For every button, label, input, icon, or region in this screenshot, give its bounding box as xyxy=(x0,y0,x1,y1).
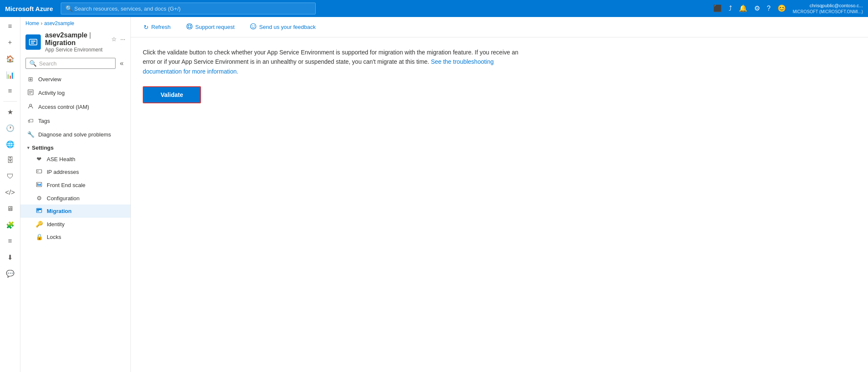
notifications-icon[interactable]: 🔔 xyxy=(737,3,749,14)
icon-bar-home[interactable]: 🏠 xyxy=(2,51,19,66)
description-text: Click the validate button to check wheth… xyxy=(143,48,525,76)
breadcrumb-home[interactable]: Home xyxy=(25,20,39,26)
validate-button[interactable]: Validate xyxy=(144,87,200,102)
sidebar-item-front-end-scale-label: Front End scale xyxy=(47,182,85,188)
more-options-icon[interactable]: ··· xyxy=(120,36,125,43)
sidebar-item-locks-label: Locks xyxy=(47,234,61,240)
settings-section-label: Settings xyxy=(32,145,54,151)
icon-bar-list[interactable]: ≡ xyxy=(2,83,19,99)
breadcrumb-resource[interactable]: asev2sample xyxy=(44,20,74,26)
icon-bar: ≡ + 🏠 📊 ≡ ★ 🕐 🌐 🗄 🛡 </> 🖥 🧩 ≡ ⬇ 💬 xyxy=(0,17,20,372)
ip-addresses-icon xyxy=(36,168,42,176)
search-icon: 🔍 xyxy=(65,5,73,12)
icon-bar-download[interactable]: ⬇ xyxy=(2,250,19,265)
validate-button-wrapper: Validate xyxy=(143,86,201,103)
sidebar-search[interactable]: 🔍 xyxy=(25,58,116,69)
sidebar-collapse-button[interactable]: « xyxy=(118,59,125,68)
refresh-icon: ↻ xyxy=(144,24,149,31)
sidebar-item-activity-log[interactable]: Activity log xyxy=(20,86,130,100)
icon-bar-favorites[interactable]: ★ xyxy=(2,104,19,119)
sidebar-item-ase-health-label: ASE Health xyxy=(47,156,75,162)
sidebar-item-identity-label: Identity xyxy=(47,221,65,227)
sidebar-search-row: 🔍 « xyxy=(20,54,130,72)
icon-bar-code[interactable]: </> xyxy=(2,185,19,200)
icon-bar-shield[interactable]: 🛡 xyxy=(2,169,19,184)
top-nav-icons: ⬛ ⤴ 🔔 ⚙ ? 😊 chrisqpublic@contoso.c... MI… xyxy=(712,3,863,14)
svg-rect-14 xyxy=(40,184,41,186)
sidebar-item-overview[interactable]: ⊞ Overview xyxy=(20,72,130,86)
icon-bar-globe[interactable]: 🌐 xyxy=(2,136,19,152)
svg-rect-1 xyxy=(31,41,36,42)
brand-logo: Microsoft Azure xyxy=(5,5,53,12)
sidebar-item-diagnose[interactable]: 🔧 Diagnose and solve problems xyxy=(20,128,130,141)
svg-point-7 xyxy=(30,104,32,106)
main-content: ↻ Refresh Support request Send us your f… xyxy=(131,17,868,372)
support-request-button[interactable]: Support request xyxy=(182,20,239,34)
sidebar: Home › asev2sample asev2sample | Migrati… xyxy=(20,17,131,372)
resource-info: asev2sample | Migration ☆ ··· App Servic… xyxy=(45,31,125,53)
icon-bar-chat[interactable]: 💬 xyxy=(2,266,19,281)
sidebar-item-access-control[interactable]: Access control (IAM) xyxy=(20,100,130,114)
sidebar-item-migration[interactable]: Migration xyxy=(20,204,130,218)
refresh-button[interactable]: ↻ Refresh xyxy=(139,21,175,33)
resource-name: asev2sample | Migration xyxy=(45,31,108,47)
overview-icon: ⊞ xyxy=(27,76,34,82)
sidebar-item-access-control-label: Access control (IAM) xyxy=(38,104,89,110)
access-control-icon xyxy=(27,103,34,111)
sidebar-item-diagnose-label: Diagnose and solve problems xyxy=(38,131,111,138)
favorite-icon[interactable]: ☆ xyxy=(111,36,117,43)
cloud-shell-icon[interactable]: ⬛ xyxy=(712,3,724,14)
user-info[interactable]: chrisqpublic@contoso.c... MICROSOFT (MIC… xyxy=(793,3,863,14)
identity-icon: 🔑 xyxy=(36,221,42,227)
diagnose-icon: 🔧 xyxy=(27,131,34,138)
icon-bar-database[interactable]: 🗄 xyxy=(2,153,19,168)
resource-header: asev2sample | Migration ☆ ··· App Servic… xyxy=(20,28,130,54)
ase-health-icon: ❤ xyxy=(36,156,42,162)
sidebar-item-configuration[interactable]: ⚙ Configuration xyxy=(20,192,130,204)
sidebar-item-overview-label: Overview xyxy=(38,76,61,82)
settings-section-header[interactable]: ▾ Settings xyxy=(20,141,130,153)
sidebar-item-tags[interactable]: 🏷 Tags xyxy=(20,114,130,128)
icon-bar-create[interactable]: + xyxy=(2,35,19,50)
feedback-label: Send us your feedback xyxy=(259,24,316,30)
user-tenant: MICROSOFT (MICROSOFT.ONMI...) xyxy=(793,9,863,14)
svg-rect-0 xyxy=(29,39,37,45)
sidebar-item-activity-log-label: Activity log xyxy=(38,90,65,96)
svg-rect-8 xyxy=(37,170,42,173)
svg-rect-12 xyxy=(37,183,38,186)
svg-point-25 xyxy=(252,26,253,26)
front-end-scale-icon xyxy=(36,182,42,189)
top-navigation: Microsoft Azure 🔍 ⬛ ⤴ 🔔 ⚙ ? 😊 chrisqpubl… xyxy=(0,0,868,17)
sidebar-item-locks[interactable]: 🔒 Locks xyxy=(20,230,130,243)
icon-bar-puzzle[interactable]: 🧩 xyxy=(2,217,19,233)
sidebar-item-front-end-scale[interactable]: Front End scale xyxy=(20,179,130,192)
portal-icon[interactable]: ⤴ xyxy=(727,3,734,14)
resource-icon xyxy=(25,34,41,50)
settings-icon[interactable]: ⚙ xyxy=(752,3,762,14)
main-body: Click the validate button to check wheth… xyxy=(131,37,868,372)
feedback-icon xyxy=(250,23,257,31)
icon-bar-layers[interactable]: ≡ xyxy=(2,233,19,249)
global-search-input[interactable] xyxy=(74,6,311,12)
sidebar-item-ip-addresses[interactable]: IP addresses xyxy=(20,165,130,179)
icon-bar-recent[interactable]: 🕐 xyxy=(2,120,19,136)
locks-icon: 🔒 xyxy=(36,233,42,240)
global-search-box[interactable]: 🔍 xyxy=(61,3,316,14)
sidebar-item-identity[interactable]: 🔑 Identity xyxy=(20,218,130,230)
sidebar-item-tags-label: Tags xyxy=(38,118,50,124)
settings-chevron-icon: ▾ xyxy=(27,145,29,150)
icon-bar-monitor[interactable]: 🖥 xyxy=(2,201,19,216)
sidebar-item-ase-health[interactable]: ❤ ASE Health xyxy=(20,153,130,165)
support-icon xyxy=(186,23,193,31)
feedback-icon[interactable]: 😊 xyxy=(776,3,788,14)
sidebar-search-input[interactable] xyxy=(39,60,112,67)
help-icon[interactable]: ? xyxy=(765,3,772,14)
tags-icon: 🏷 xyxy=(27,117,34,124)
feedback-button[interactable]: Send us your feedback xyxy=(246,20,320,34)
icon-bar-dashboard[interactable]: 📊 xyxy=(2,67,19,82)
breadcrumb: Home › asev2sample xyxy=(20,17,130,28)
sidebar-item-configuration-label: Configuration xyxy=(47,195,79,202)
main-toolbar: ↻ Refresh Support request Send us your f… xyxy=(131,17,868,37)
user-name: chrisqpublic@contoso.c... xyxy=(793,3,863,9)
icon-bar-expand[interactable]: ≡ xyxy=(2,19,19,34)
